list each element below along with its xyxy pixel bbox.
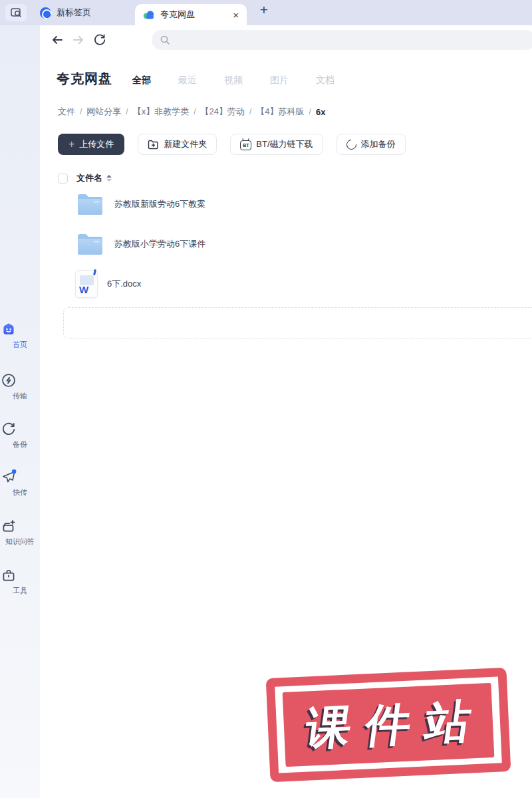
bt-download-label: BT/磁力链下载 <box>256 138 313 150</box>
close-tab-icon[interactable]: × <box>231 9 240 21</box>
breadcrumb: 文件 / 网站分享 / 【x】非教学类 / 【24】劳动 / 【4】苏科版 / … <box>40 106 532 118</box>
address-search-bar[interactable] <box>152 30 532 50</box>
sidebar-item-label: 首页 <box>0 340 40 350</box>
breadcrumb-separator: / <box>126 107 128 116</box>
tab-search-button[interactable] <box>5 4 27 21</box>
breadcrumb-current: 6x <box>316 107 325 117</box>
file-name[interactable]: 6下.docx <box>107 278 141 290</box>
add-backup-button[interactable]: 添加备份 <box>336 134 406 155</box>
table-row[interactable]: W 6下.docx <box>40 264 532 304</box>
drive-main-panel: 夸克网盘 全部 最近 视频 图片 文档 文件 / 网站分享 / 【x】非教学类 … <box>40 55 532 338</box>
back-icon[interactable] <box>47 34 68 46</box>
send-plane-icon <box>0 468 40 485</box>
sidebar-item-label: 知识问答 <box>0 537 40 547</box>
tab-document[interactable]: 文档 <box>316 74 334 86</box>
transfer-icon <box>0 372 40 389</box>
tab-title: 夸克网盘 <box>160 9 231 21</box>
breadcrumb-item[interactable]: 网站分享 <box>86 106 121 118</box>
breadcrumb-item[interactable]: 文件 <box>58 106 75 118</box>
filename-column-header[interactable]: 文件名 <box>76 172 102 184</box>
breadcrumb-item[interactable]: 【x】非教学类 <box>133 106 190 118</box>
tab-image[interactable]: 图片 <box>270 74 289 86</box>
refresh-icon[interactable] <box>89 33 110 47</box>
drop-zone[interactable] <box>63 307 532 338</box>
sidebar-item-knowledge-qa[interactable]: 知识问答 <box>0 517 40 547</box>
sidebar-item-label: 快传 <box>0 487 40 497</box>
file-toolbar: + 上传文件 新建文件夹 BT BT/磁力链下载 添加备份 <box>40 134 532 155</box>
sidebar-item-label: 传输 <box>0 391 40 401</box>
sidebar-item-label: 备份 <box>0 440 40 450</box>
table-row[interactable]: 苏教版小学劳动6下课件 <box>40 224 532 264</box>
folder-plus-icon <box>148 140 159 150</box>
sidebar-item-label: 工具 <box>0 586 40 596</box>
forward-icon[interactable] <box>68 34 89 46</box>
backup-sync-icon <box>0 420 40 438</box>
page-title: 夸克网盘 <box>57 70 112 88</box>
tab-video[interactable]: 视频 <box>224 74 243 86</box>
tab-new-tab-page[interactable]: 新标签页 <box>40 7 91 19</box>
sidebar-item-transfer[interactable]: 传输 <box>0 372 40 401</box>
tab-title: 新标签页 <box>57 7 91 19</box>
sidebar-item-home[interactable]: 首页 <box>0 321 40 350</box>
new-folder-label: 新建文件夹 <box>164 138 207 150</box>
new-folder-button[interactable]: 新建文件夹 <box>138 134 217 155</box>
browser-tab-bar: 新标签页 夸克网盘 × + <box>0 0 532 25</box>
tab-search-icon <box>11 8 22 18</box>
breadcrumb-separator: / <box>80 107 82 116</box>
upload-file-button[interactable]: + 上传文件 <box>58 134 124 155</box>
upload-file-label: 上传文件 <box>79 138 114 150</box>
breadcrumb-item[interactable]: 【24】劳动 <box>201 106 245 118</box>
drive-filter-tabs: 全部 最近 视频 图片 文档 <box>132 74 334 86</box>
breadcrumb-item[interactable]: 【4】苏科版 <box>256 106 304 118</box>
add-backup-label: 添加备份 <box>361 138 396 150</box>
table-row[interactable]: 苏教版新版劳动6下教案 <box>40 184 532 224</box>
tab-all[interactable]: 全部 <box>132 74 151 86</box>
bt-magnet-download-button[interactable]: BT BT/磁力链下载 <box>230 134 323 155</box>
word-document-icon: W <box>75 270 98 298</box>
search-icon <box>160 35 170 45</box>
folder-icon <box>75 191 105 217</box>
plus-icon: + <box>68 138 74 150</box>
sync-icon <box>344 137 358 151</box>
tab-quark-drive[interactable]: 夸克网盘 × <box>135 4 247 25</box>
bt-magnet-icon: BT <box>240 140 251 150</box>
quark-browser-logo-icon <box>40 7 51 19</box>
file-list: 苏教版新版劳动6下教案 苏教版小学劳动6下课件 W 6下.docx <box>40 184 532 304</box>
file-name[interactable]: 苏教版新版劳动6下教案 <box>114 198 205 210</box>
select-all-checkbox[interactable] <box>58 174 68 184</box>
file-list-header: 文件名 <box>40 172 532 184</box>
watermark-stamp-fill: 课件站 <box>283 683 495 767</box>
sidebar-item-tools[interactable]: 工具 <box>0 567 40 596</box>
watermark-text: 课件站 <box>287 690 489 760</box>
watermark-stamp: 课件站 <box>266 668 511 782</box>
sidebar-item-quick-transfer[interactable]: 快传 <box>0 468 40 497</box>
app-sidebar: 首页 传输 备份 快传 知识问答 工具 <box>0 25 40 798</box>
new-tab-button[interactable]: + <box>254 2 274 18</box>
quark-drive-cloud-icon <box>143 10 155 19</box>
navigation-bar <box>40 25 532 55</box>
sort-icon[interactable] <box>106 175 112 182</box>
breadcrumb-separator: / <box>194 107 196 116</box>
breadcrumb-separator: / <box>309 107 311 116</box>
toolbox-icon <box>0 567 40 584</box>
folder-icon <box>75 231 105 257</box>
home-icon <box>0 321 40 338</box>
knowledge-box-icon <box>0 517 40 535</box>
sidebar-item-backup[interactable]: 备份 <box>0 420 40 450</box>
file-name[interactable]: 苏教版小学劳动6下课件 <box>114 238 205 250</box>
tab-recent[interactable]: 最近 <box>178 74 197 86</box>
address-search-input[interactable] <box>176 35 442 45</box>
breadcrumb-separator: / <box>249 107 251 116</box>
